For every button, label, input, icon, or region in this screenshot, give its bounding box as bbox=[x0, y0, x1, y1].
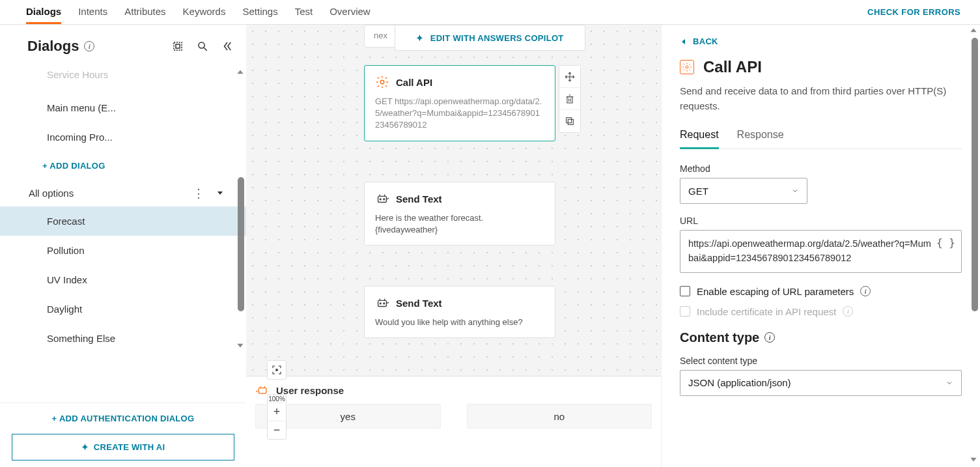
sidebar-item-pollution[interactable]: Pollution bbox=[0, 236, 246, 265]
node-body: Here is the weather forecast. {fivedaywe… bbox=[375, 212, 544, 236]
sidebar: Dialogs i Service Hours Main menu (E... … bbox=[0, 25, 246, 467]
rpanel-scrollbar[interactable] bbox=[972, 38, 978, 311]
include-cert-checkbox bbox=[680, 306, 690, 317]
tab-response[interactable]: Response bbox=[737, 129, 784, 149]
svg-marker-6 bbox=[237, 344, 243, 348]
gear-icon bbox=[375, 75, 389, 89]
tab-keywords[interactable]: Keywords bbox=[183, 1, 226, 23]
edit-with-copilot-button[interactable]: ✦ EDIT WITH ANSWERS COPILOT bbox=[395, 25, 585, 51]
escape-url-checkbox[interactable] bbox=[680, 286, 690, 296]
canvas[interactable]: nex ✦ EDIT WITH ANSWERS COPILOT Call API… bbox=[246, 25, 661, 467]
add-auth-dialog-button[interactable]: + ADD AUTHENTICATION DIALOG bbox=[0, 403, 246, 434]
back-button[interactable]: BACK bbox=[680, 36, 962, 46]
zoom-fit-button[interactable] bbox=[267, 360, 287, 380]
copy-button[interactable] bbox=[559, 110, 580, 132]
svg-line-3 bbox=[204, 48, 207, 51]
node-send-text-2[interactable]: Send Text Would you like help with anyth… bbox=[364, 286, 555, 338]
svg-rect-1 bbox=[176, 44, 180, 48]
method-label: Method bbox=[680, 163, 962, 174]
content-type-select[interactable]: JSON (application/json) bbox=[680, 370, 962, 396]
sidebar-item-incoming[interactable]: Incoming Pro... bbox=[0, 122, 246, 152]
sidebar-item-something-else[interactable]: Something Else bbox=[0, 324, 246, 353]
tab-test[interactable]: Test bbox=[295, 1, 313, 23]
include-cert-row: Include certificate in API request i bbox=[680, 306, 962, 317]
sidebar-item-daylight[interactable]: Daylight bbox=[0, 294, 246, 324]
rpanel-tabs: Request Response bbox=[680, 129, 962, 149]
url-input[interactable]: https://api.openweathermap.org/data/2.5/… bbox=[680, 230, 962, 273]
bot-icon bbox=[375, 191, 389, 206]
sidebar-item-forecast[interactable]: Forecast bbox=[0, 206, 246, 236]
content-type-value: JSON (application/json) bbox=[688, 377, 791, 388]
zoom-out-button[interactable]: − bbox=[268, 421, 286, 439]
search-icon[interactable] bbox=[197, 40, 208, 52]
rpanel-title: Call API bbox=[703, 58, 762, 76]
scroll-up-icon[interactable] bbox=[969, 26, 978, 37]
top-nav: Dialogs Intents Attributes Keywords Sett… bbox=[0, 0, 980, 25]
svg-marker-31 bbox=[682, 39, 685, 44]
node-title: Send Text bbox=[396, 298, 442, 309]
svg-point-21 bbox=[380, 303, 381, 304]
node-title: Call API bbox=[396, 77, 432, 88]
sidebar-title: Dialogs bbox=[27, 38, 79, 55]
copilot-label: EDIT WITH ANSWERS COPILOT bbox=[430, 33, 564, 43]
sidebar-scrollbar[interactable] bbox=[238, 177, 244, 311]
sparkle-icon: ✦ bbox=[81, 442, 89, 452]
back-label: BACK bbox=[693, 36, 718, 46]
create-with-ai-label: CREATE WITH AI bbox=[94, 442, 165, 452]
tab-request[interactable]: Request bbox=[680, 129, 719, 149]
scroll-up-icon[interactable] bbox=[236, 68, 245, 79]
zoom-percent: 100% bbox=[268, 395, 285, 403]
scroll-down-icon[interactable] bbox=[236, 341, 245, 352]
user-response-panel: User response yes no bbox=[246, 376, 661, 467]
kebab-icon[interactable]: ⋮ bbox=[193, 190, 204, 197]
info-icon[interactable]: i bbox=[84, 41, 94, 51]
svg-point-7 bbox=[380, 80, 384, 84]
user-response-label: User response bbox=[276, 385, 344, 396]
scroll-down-icon[interactable] bbox=[969, 455, 978, 466]
bot-icon bbox=[375, 296, 389, 310]
chevron-down-icon bbox=[791, 187, 799, 195]
tab-intents[interactable]: Intents bbox=[78, 1, 107, 23]
sidebar-section-all-options[interactable]: All options ⋮ bbox=[0, 180, 246, 206]
svg-rect-26 bbox=[259, 388, 266, 393]
zoom-controls: 100% + − bbox=[267, 394, 287, 440]
add-dialog-button[interactable]: + ADD DIALOG bbox=[0, 152, 246, 180]
delete-button[interactable] bbox=[559, 88, 580, 110]
sparkle-icon: ✦ bbox=[416, 33, 423, 43]
sidebar-section-label: All options bbox=[29, 188, 193, 199]
node-send-text-1[interactable]: Send Text Here is the weather forecast. … bbox=[364, 182, 555, 246]
node-body: GET https://api.openweathermap.org/data/… bbox=[375, 96, 544, 132]
svg-rect-0 bbox=[174, 42, 182, 50]
info-icon[interactable]: i bbox=[860, 286, 871, 296]
info-icon[interactable]: i bbox=[764, 332, 775, 343]
collapse-icon[interactable] bbox=[221, 40, 233, 52]
select-all-icon[interactable] bbox=[172, 40, 184, 52]
tab-overview[interactable]: Overview bbox=[329, 1, 371, 23]
svg-marker-5 bbox=[217, 191, 223, 195]
sidebar-item-uv-index[interactable]: UV Index bbox=[0, 265, 246, 294]
create-with-ai-button[interactable]: ✦ CREATE WITH AI bbox=[12, 434, 234, 460]
method-select[interactable]: GET bbox=[680, 178, 807, 204]
node-toolbar bbox=[559, 65, 581, 133]
node-call-api[interactable]: Call API GET https://api.openweathermap.… bbox=[364, 65, 555, 141]
tab-settings[interactable]: Settings bbox=[242, 1, 277, 23]
insert-variable-button[interactable]: { } bbox=[936, 236, 955, 249]
node-title: Send Text bbox=[396, 193, 442, 205]
chevron-down-icon[interactable] bbox=[216, 188, 224, 199]
method-value: GET bbox=[688, 186, 708, 197]
include-cert-label: Include certificate in API request bbox=[697, 306, 836, 317]
sidebar-item-main-menu[interactable]: Main menu (E... bbox=[0, 93, 246, 122]
topnav-tabs: Dialogs Intents Attributes Keywords Sett… bbox=[26, 1, 371, 23]
svg-rect-8 bbox=[567, 96, 572, 102]
sidebar-item-truncated[interactable]: Service Hours bbox=[0, 68, 246, 93]
zoom-in-button[interactable]: + bbox=[268, 403, 286, 421]
tab-attributes[interactable]: Attributes bbox=[124, 1, 165, 23]
move-button[interactable] bbox=[559, 66, 580, 88]
content-type-label: Select content type bbox=[680, 356, 962, 366]
svg-rect-20 bbox=[378, 300, 387, 306]
svg-marker-30 bbox=[970, 458, 976, 462]
svg-rect-15 bbox=[378, 196, 387, 202]
check-errors-button[interactable]: CHECK FOR ERRORS bbox=[867, 7, 960, 17]
user-response-no[interactable]: no bbox=[467, 404, 652, 429]
tab-dialogs[interactable]: Dialogs bbox=[26, 1, 61, 24]
